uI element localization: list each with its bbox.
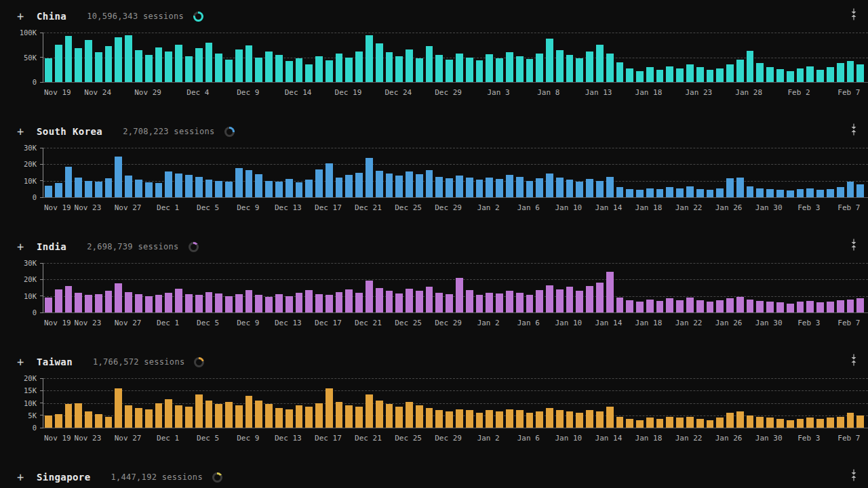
bar[interactable] [135, 408, 142, 428]
bar[interactable] [556, 50, 564, 82]
bar[interactable] [55, 45, 62, 82]
bar[interactable] [766, 418, 774, 428]
bar[interactable] [606, 177, 614, 197]
bar[interactable] [646, 300, 654, 312]
bar[interactable] [787, 190, 794, 197]
bar[interactable] [596, 45, 604, 82]
bar[interactable] [155, 183, 163, 197]
bar[interactable] [185, 56, 193, 82]
bar[interactable] [787, 420, 794, 428]
bar[interactable] [185, 294, 193, 312]
bar[interactable] [656, 70, 664, 82]
bar[interactable] [235, 405, 243, 428]
bar[interactable] [546, 285, 553, 312]
bar[interactable] [305, 407, 313, 428]
bar[interactable] [245, 290, 253, 312]
bar[interactable] [646, 418, 654, 428]
bar[interactable] [756, 63, 764, 82]
bar[interactable] [816, 419, 824, 428]
bar[interactable] [606, 272, 614, 312]
bar[interactable] [797, 419, 804, 428]
bar[interactable] [516, 177, 524, 197]
bar[interactable] [336, 54, 343, 82]
bar[interactable] [566, 287, 574, 312]
bar[interactable] [787, 304, 794, 312]
bar[interactable] [115, 157, 122, 197]
bar[interactable] [676, 300, 684, 312]
bar[interactable] [686, 298, 694, 312]
bar[interactable] [596, 283, 604, 312]
bar[interactable] [55, 183, 62, 197]
bar[interactable] [466, 410, 473, 428]
bar[interactable] [536, 54, 543, 82]
bar[interactable] [747, 51, 754, 82]
bar[interactable] [386, 404, 393, 428]
bar[interactable] [506, 409, 513, 428]
bar[interactable] [65, 36, 73, 82]
bar[interactable] [135, 50, 142, 82]
bar[interactable] [586, 286, 593, 312]
bar[interactable] [245, 170, 253, 197]
bar[interactable] [656, 419, 664, 428]
bar[interactable] [837, 63, 844, 82]
bar[interactable] [747, 186, 754, 197]
bar[interactable] [546, 408, 553, 428]
bar[interactable] [175, 405, 182, 428]
bar[interactable] [55, 414, 62, 428]
bar[interactable] [486, 54, 493, 82]
bar[interactable] [856, 64, 864, 82]
bar[interactable] [806, 418, 814, 428]
bar[interactable] [656, 189, 664, 197]
bar[interactable] [275, 294, 283, 312]
bar[interactable] [466, 290, 473, 312]
bar[interactable] [205, 43, 213, 82]
bar[interactable] [185, 407, 193, 428]
bar[interactable] [326, 60, 333, 82]
bar[interactable] [576, 182, 583, 197]
bar[interactable] [395, 293, 403, 312]
bar[interactable] [626, 300, 633, 312]
bar[interactable] [736, 178, 744, 197]
bar[interactable] [456, 409, 463, 428]
bar[interactable] [406, 171, 413, 197]
expand-plus-button[interactable]: + [15, 472, 26, 483]
bar[interactable] [75, 293, 82, 312]
bar[interactable] [536, 290, 543, 312]
expand-plus-button[interactable]: + [15, 11, 26, 22]
bar[interactable] [255, 295, 262, 312]
bar[interactable] [486, 293, 493, 312]
bar[interactable] [556, 178, 564, 197]
bar[interactable] [95, 414, 102, 428]
bar[interactable] [105, 417, 113, 428]
bar[interactable] [376, 288, 383, 313]
bar[interactable] [245, 396, 253, 428]
bar[interactable] [707, 302, 714, 312]
bar[interactable] [55, 289, 62, 312]
bar[interactable] [45, 58, 52, 82]
bar[interactable] [75, 178, 82, 197]
bar[interactable] [776, 190, 784, 197]
bar[interactable] [265, 297, 273, 312]
bar[interactable] [506, 175, 513, 197]
bar[interactable] [326, 295, 333, 312]
bar[interactable] [776, 69, 784, 82]
bar[interactable] [115, 388, 122, 428]
bar[interactable] [165, 52, 172, 82]
bar[interactable] [416, 405, 423, 428]
bar[interactable] [85, 181, 92, 197]
collapse-vertical-icon[interactable] [849, 469, 859, 481]
bar[interactable] [255, 401, 262, 428]
bar[interactable] [105, 46, 113, 82]
bar[interactable] [285, 296, 293, 312]
bar[interactable] [65, 167, 73, 197]
bar[interactable] [386, 291, 393, 312]
bar[interactable] [355, 293, 363, 312]
bar[interactable] [426, 46, 433, 82]
bar[interactable] [466, 58, 473, 83]
bar[interactable] [676, 68, 684, 82]
bar[interactable] [145, 409, 153, 428]
bar[interactable] [726, 298, 734, 312]
bar[interactable] [576, 58, 583, 82]
bar[interactable] [856, 298, 864, 312]
bar[interactable] [125, 292, 132, 312]
